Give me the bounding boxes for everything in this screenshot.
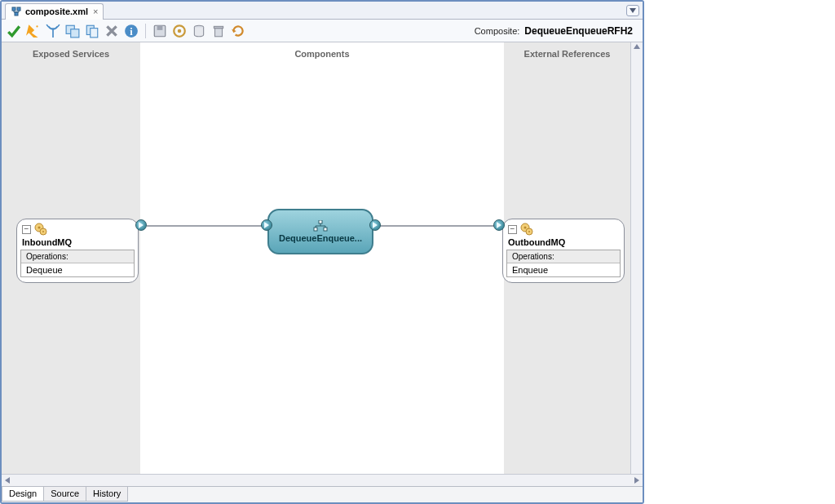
operations-section: Operations: Dequeue bbox=[20, 250, 135, 277]
editor-toolbar: i Composite: DequeueEnqueueRFH2 bbox=[2, 20, 643, 42]
reference-outbound-mq[interactable]: − OutboundMQ Operations: Enqueue bbox=[502, 219, 625, 283]
trash-icon[interactable] bbox=[211, 24, 226, 38]
svg-rect-1 bbox=[17, 7, 20, 11]
composite-diagram-icon bbox=[11, 6, 22, 17]
composite-label: Composite: bbox=[475, 26, 520, 36]
service-inbound-mq[interactable]: − InboundMQ Operations: Dequeue bbox=[16, 219, 139, 283]
operations-section: Operations: Enqueue bbox=[506, 250, 621, 277]
file-tab-label: composite.xml bbox=[25, 7, 88, 16]
svg-point-5 bbox=[36, 25, 38, 27]
refresh-icon[interactable] bbox=[231, 24, 245, 38]
reference-name: OutboundMQ bbox=[506, 237, 621, 250]
editor-window: composite.xml × i bbox=[0, 0, 644, 504]
lane-components: Components bbox=[140, 42, 504, 474]
adapter-gear-icon bbox=[520, 223, 533, 236]
svg-point-29 bbox=[524, 227, 527, 229]
svg-rect-7 bbox=[71, 29, 79, 37]
info-icon[interactable]: i bbox=[124, 24, 139, 38]
vertical-scrollbar[interactable] bbox=[630, 42, 643, 474]
svg-rect-25 bbox=[314, 228, 317, 231]
adapter-gear-icon bbox=[34, 223, 47, 236]
svg-rect-26 bbox=[324, 228, 327, 231]
collapse-toggle-icon[interactable]: − bbox=[508, 225, 517, 234]
delete-icon[interactable] bbox=[104, 24, 119, 38]
scroll-right-icon[interactable] bbox=[634, 477, 639, 484]
bottom-tab-bar: Design Source History bbox=[2, 486, 643, 502]
add-component-icon[interactable] bbox=[65, 24, 80, 38]
svg-point-30 bbox=[528, 231, 530, 232]
scroll-up-icon[interactable] bbox=[634, 44, 640, 49]
copy-icon[interactable] bbox=[85, 24, 99, 38]
server-icon[interactable] bbox=[192, 24, 206, 38]
tab-history[interactable]: History bbox=[86, 487, 128, 502]
port-component-in[interactable] bbox=[261, 219, 272, 231]
tab-menu-button[interactable] bbox=[626, 5, 639, 16]
svg-rect-9 bbox=[91, 28, 98, 37]
composite-name: DequeueEnqueueRFH2 bbox=[524, 25, 633, 37]
close-tab-icon[interactable]: × bbox=[93, 7, 98, 16]
svg-rect-0 bbox=[12, 7, 15, 11]
file-tab-bar: composite.xml × bbox=[2, 2, 643, 20]
tab-source[interactable]: Source bbox=[43, 487, 86, 502]
lane-title-external: External References bbox=[504, 49, 630, 59]
svg-rect-2 bbox=[15, 12, 18, 15]
operation-dequeue[interactable]: Dequeue bbox=[21, 263, 134, 276]
lane-title-exposed: Exposed Services bbox=[2, 49, 140, 59]
port-outbound-in[interactable] bbox=[493, 219, 505, 231]
svg-rect-13 bbox=[157, 25, 163, 30]
lane-title-components: Components bbox=[140, 49, 504, 59]
collapse-toggle-icon[interactable]: − bbox=[22, 225, 31, 234]
file-tab-composite-xml[interactable]: composite.xml × bbox=[5, 3, 104, 20]
svg-point-15 bbox=[178, 29, 182, 33]
component-dequeue-enqueue[interactable]: DequeueEnqueue... bbox=[267, 209, 373, 254]
svg-text:i: i bbox=[130, 25, 133, 37]
operations-label: Operations: bbox=[507, 250, 620, 263]
deploy-icon[interactable] bbox=[172, 24, 187, 38]
svg-rect-17 bbox=[215, 28, 223, 36]
test-icon[interactable] bbox=[26, 24, 41, 38]
port-component-out[interactable] bbox=[369, 219, 381, 231]
tab-design[interactable]: Design bbox=[2, 487, 44, 502]
svg-point-22 bbox=[38, 227, 41, 229]
port-inbound-out[interactable] bbox=[135, 219, 147, 231]
component-label: DequeueEnqueue... bbox=[279, 233, 362, 243]
operation-enqueue[interactable]: Enqueue bbox=[507, 263, 620, 276]
diagram-canvas[interactable]: Exposed Services Components External Ref… bbox=[2, 42, 643, 474]
svg-rect-24 bbox=[319, 220, 322, 223]
scroll-left-icon[interactable] bbox=[5, 477, 10, 484]
bpel-process-icon bbox=[312, 220, 329, 232]
validate-icon[interactable] bbox=[7, 24, 21, 38]
save-as-icon[interactable] bbox=[152, 24, 167, 38]
svg-marker-3 bbox=[630, 8, 636, 13]
horizontal-scrollbar[interactable] bbox=[2, 474, 643, 486]
service-name: InboundMQ bbox=[20, 237, 135, 250]
operations-label: Operations: bbox=[21, 250, 134, 263]
svg-point-23 bbox=[42, 231, 44, 232]
antenna-icon[interactable] bbox=[46, 24, 60, 38]
svg-rect-18 bbox=[214, 26, 223, 28]
